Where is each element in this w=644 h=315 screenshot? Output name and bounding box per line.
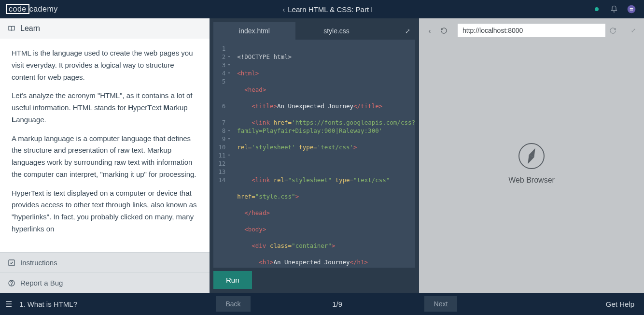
url-input[interactable] [458,24,605,37]
tab-index-html[interactable]: index.html [213,22,295,40]
browser-refresh-right-icon[interactable] [609,27,623,34]
chevron-left-icon: ‹ [282,5,285,14]
next-button[interactable]: Next [424,296,458,312]
svg-point-5 [11,284,12,285]
svg-rect-3 [9,260,14,266]
svg-point-0 [628,5,636,14]
book-icon [8,25,15,32]
svg-rect-1 [630,8,633,9]
report-bug-link[interactable]: Report a Bug [0,272,210,293]
code-editor-panel: index.html style.css ⤢ 1 2▾ 3▾ 4▾ 5 6 7 … [210,18,419,293]
lesson-paragraph: A markup language is a computer language… [12,133,198,181]
gutter: 1 2▾ 3▾ 4▾ 5 6 7 8▾ 9▾ 10 11▾ 12 13 14 [213,44,229,263]
lesson-paragraph: HTML is the language used to create the … [12,47,198,83]
lesson-title: 1. What is HTML? [17,300,77,308]
bell-icon[interactable] [609,4,619,14]
status-indicator-icon[interactable] [592,4,602,14]
run-button[interactable]: Run [213,271,252,289]
lesson-panel: Learn HTML is the language used to creat… [0,18,210,293]
instructions-label: Instructions [20,258,57,267]
get-help-link[interactable]: Get Help [596,300,644,308]
instructions-toggle[interactable]: Instructions [0,252,210,272]
expand-icon[interactable]: ⤢ [400,28,415,35]
browser-panel: ‹ ⤢ Web Browser [419,18,644,293]
menu-icon[interactable]: ☰ [0,300,17,309]
check-square-icon [8,259,15,267]
logo[interactable]: codecademy [0,5,64,14]
report-bug-label: Report a Bug [20,279,63,287]
code-lines: <!DOCTYPE html> <html> <head> <title>An … [229,44,415,263]
browser-reload-icon[interactable] [440,27,454,34]
pager: 1/9 [251,300,424,308]
course-title[interactable]: ‹Learn HTML & CSS: Part I [64,5,592,14]
bottombar: ☰ 1. What is HTML? Back 1/9 Next Get Hel… [0,293,644,315]
learn-label: Learn [20,24,40,33]
svg-rect-2 [630,10,633,11]
avatar-icon[interactable] [627,4,636,14]
tab-style-css[interactable]: style.css [295,22,378,40]
browser-expand-icon[interactable]: ⤢ [627,27,640,34]
compass-icon [518,143,545,169]
browser-back-icon[interactable]: ‹ [423,27,436,35]
back-button[interactable]: Back [216,296,250,312]
help-circle-icon [8,279,15,287]
topbar: codecademy ‹Learn HTML & CSS: Part I [0,0,644,18]
browser-placeholder-label: Web Browser [508,176,555,185]
lesson-body[interactable]: HTML is the language used to create the … [0,39,210,252]
lesson-paragraph: HyperText is text displayed on a compute… [12,187,198,235]
lesson-paragraph: Let's analyze the acronym "HTML", as it … [12,90,198,126]
learn-header[interactable]: Learn [0,18,210,39]
code-area[interactable]: 1 2▾ 3▾ 4▾ 5 6 7 8▾ 9▾ 10 11▾ 12 13 14 <… [213,40,415,268]
